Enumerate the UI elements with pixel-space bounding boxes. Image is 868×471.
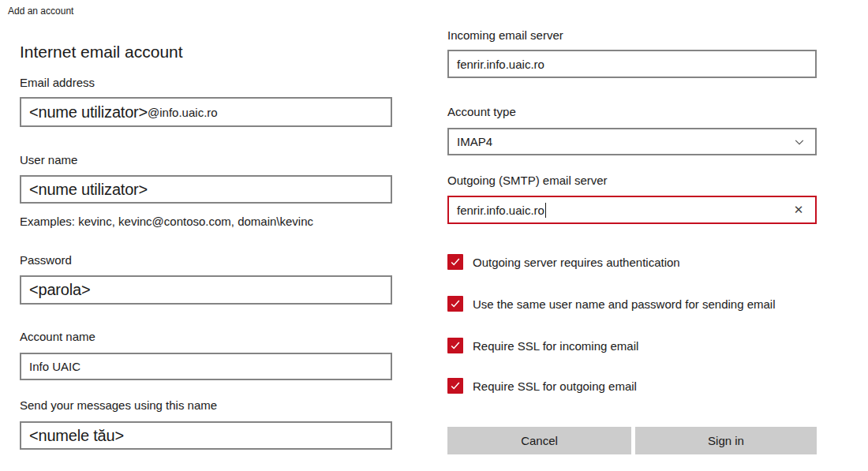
display-name-label: Send your messages using this name: [20, 398, 217, 412]
user-name-input[interactable]: <nume utilizator>: [20, 175, 392, 204]
checkbox-label: Outgoing server requires authentication: [473, 256, 680, 269]
chevron-down-icon: [793, 136, 806, 148]
sign-in-button[interactable]: Sign in: [635, 427, 817, 454]
checkbox-checked-icon[interactable]: [447, 296, 463, 312]
checkbox-checked-icon[interactable]: [447, 338, 463, 353]
text-caret: [545, 203, 546, 218]
account-name-label: Account name: [20, 330, 95, 343]
outgoing-server-label: Outgoing (SMTP) email server: [447, 174, 608, 187]
user-name-value: <nume utilizator>: [29, 181, 148, 199]
incoming-server-label: Incoming email server: [447, 28, 563, 42]
checkbox-checked-icon[interactable]: [447, 254, 463, 270]
password-label: Password: [20, 253, 72, 267]
password-input[interactable]: <parola>: [20, 275, 392, 305]
checkbox-row-ssl-outgoing[interactable]: Require SSL for outgoing email: [447, 377, 637, 394]
incoming-server-input[interactable]: fenrir.info.uaic.ro: [447, 50, 817, 78]
checkbox-row-same-credentials[interactable]: Use the same user name and password for …: [447, 295, 776, 312]
email-address-label: Email address: [20, 76, 95, 89]
display-name-input[interactable]: <numele tău>: [20, 421, 392, 450]
incoming-server-value: fenrir.info.uaic.ro: [457, 58, 544, 71]
user-name-label: User name: [20, 153, 77, 166]
checkbox-label: Use the same user name and password for …: [473, 297, 776, 311]
clear-text-icon[interactable]: ✕: [787, 197, 810, 222]
user-name-examples-hint: Examples: kevinc, kevinc@contoso.com, do…: [20, 215, 313, 228]
account-type-label: Account type: [447, 105, 516, 118]
password-value: <parola>: [29, 281, 90, 299]
account-type-dropdown[interactable]: IMAP4: [447, 128, 817, 155]
outgoing-server-value: fenrir.info.uaic.ro: [457, 204, 544, 217]
checkbox-label: Require SSL for outgoing email: [473, 379, 637, 393]
account-name-input[interactable]: Info UAIC: [20, 353, 392, 380]
cancel-button[interactable]: Cancel: [447, 427, 631, 454]
checkbox-checked-icon[interactable]: [447, 378, 463, 394]
checkbox-label: Require SSL for incoming email: [473, 339, 638, 353]
page-heading: Internet email account: [20, 43, 183, 62]
email-address-value: <nume utilizator>: [29, 103, 148, 121]
window-title: Add an account: [8, 6, 73, 17]
account-type-value: IMAP4: [457, 135, 492, 148]
display-name-value: <numele tău>: [29, 427, 124, 445]
email-address-domain: @info.uaic.ro: [148, 106, 218, 119]
outgoing-server-input[interactable]: fenrir.info.uaic.ro ✕: [447, 196, 817, 224]
checkbox-row-outgoing-auth[interactable]: Outgoing server requires authentication: [447, 253, 680, 271]
account-name-value: Info UAIC: [29, 360, 80, 373]
checkbox-row-ssl-incoming[interactable]: Require SSL for incoming email: [447, 337, 638, 354]
email-address-input[interactable]: <nume utilizator>@info.uaic.ro: [20, 97, 392, 127]
